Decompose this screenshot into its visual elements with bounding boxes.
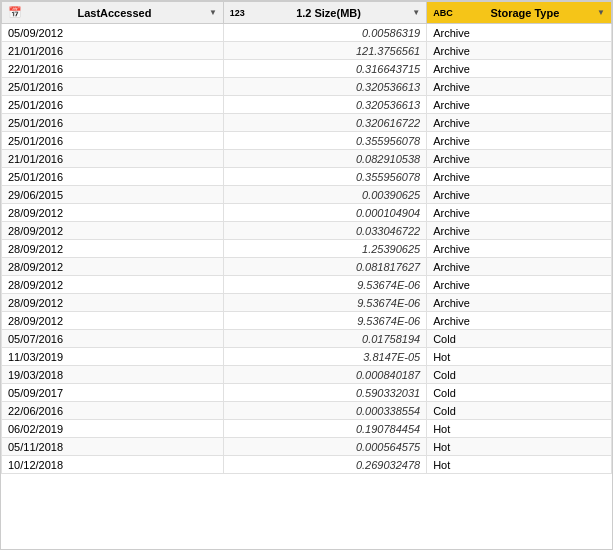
cell-date: 10/12/2018 bbox=[2, 456, 224, 474]
storage-icon: ABC bbox=[433, 8, 453, 18]
table-row: 22/01/20160.316643715Archive bbox=[2, 60, 612, 78]
table-row: 19/03/20180.000840187Cold bbox=[2, 366, 612, 384]
cell-date: 25/01/2016 bbox=[2, 114, 224, 132]
cell-date: 19/03/2018 bbox=[2, 366, 224, 384]
cell-size: 0.000338554 bbox=[223, 402, 426, 420]
cell-size: 0.081817627 bbox=[223, 258, 426, 276]
table-row: 28/09/20120.000104904Archive bbox=[2, 204, 612, 222]
cell-storage: Archive bbox=[427, 222, 612, 240]
table-row: 05/11/20180.000564575Hot bbox=[2, 438, 612, 456]
sort-icon-last-accessed: ▼ bbox=[209, 8, 217, 17]
col-header-last-accessed[interactable]: 📅 LastAccessed ▼ bbox=[2, 2, 224, 24]
cell-size: 0.000104904 bbox=[223, 204, 426, 222]
data-table: 📅 LastAccessed ▼ 123 1.2 Size(MB) ▼ ABC bbox=[0, 0, 613, 550]
cell-size: 0.190784454 bbox=[223, 420, 426, 438]
table-row: 10/12/20180.269032478Hot bbox=[2, 456, 612, 474]
cell-date: 28/09/2012 bbox=[2, 258, 224, 276]
cell-size: 0.316643715 bbox=[223, 60, 426, 78]
calendar-icon: 📅 bbox=[8, 6, 22, 19]
cell-size: 0.355956078 bbox=[223, 132, 426, 150]
table-row: 25/01/20160.320536613Archive bbox=[2, 78, 612, 96]
cell-storage: Cold bbox=[427, 402, 612, 420]
table-row: 25/01/20160.320536613Archive bbox=[2, 96, 612, 114]
cell-date: 28/09/2012 bbox=[2, 240, 224, 258]
sort-icon-storage: ▼ bbox=[597, 8, 605, 17]
cell-storage: Cold bbox=[427, 366, 612, 384]
cell-storage: Archive bbox=[427, 60, 612, 78]
size-icon: 123 bbox=[230, 8, 245, 18]
cell-date: 11/03/2019 bbox=[2, 348, 224, 366]
cell-storage: Hot bbox=[427, 456, 612, 474]
cell-size: 0.320536613 bbox=[223, 78, 426, 96]
cell-size: 0.000564575 bbox=[223, 438, 426, 456]
cell-size: 9.53674E-06 bbox=[223, 312, 426, 330]
col-header-size[interactable]: 123 1.2 Size(MB) ▼ bbox=[223, 2, 426, 24]
table-row: 28/09/20129.53674E-06Archive bbox=[2, 294, 612, 312]
cell-storage: Archive bbox=[427, 168, 612, 186]
table-row: 28/09/20129.53674E-06Archive bbox=[2, 276, 612, 294]
cell-size: 3.8147E-05 bbox=[223, 348, 426, 366]
cell-storage: Hot bbox=[427, 420, 612, 438]
cell-storage: Cold bbox=[427, 330, 612, 348]
cell-size: 0.082910538 bbox=[223, 150, 426, 168]
cell-size: 0.01758194 bbox=[223, 330, 426, 348]
cell-size: 0.269032478 bbox=[223, 456, 426, 474]
cell-size: 0.320536613 bbox=[223, 96, 426, 114]
col-label-storage: Storage Type bbox=[490, 7, 559, 19]
table-row: 05/07/20160.01758194Cold bbox=[2, 330, 612, 348]
cell-date: 28/09/2012 bbox=[2, 222, 224, 240]
table-row: 05/09/20170.590332031Cold bbox=[2, 384, 612, 402]
cell-size: 121.3756561 bbox=[223, 42, 426, 60]
cell-size: 0.355956078 bbox=[223, 168, 426, 186]
table-row: 05/09/20120.00586319Archive bbox=[2, 24, 612, 42]
cell-storage: Archive bbox=[427, 132, 612, 150]
table-row: 29/06/20150.00390625Archive bbox=[2, 186, 612, 204]
cell-date: 21/01/2016 bbox=[2, 42, 224, 60]
table-row: 25/01/20160.355956078Archive bbox=[2, 132, 612, 150]
cell-date: 28/09/2012 bbox=[2, 204, 224, 222]
table-row: 21/01/20160.082910538Archive bbox=[2, 150, 612, 168]
cell-date: 06/02/2019 bbox=[2, 420, 224, 438]
table-row: 11/03/20193.8147E-05Hot bbox=[2, 348, 612, 366]
cell-storage: Archive bbox=[427, 240, 612, 258]
cell-size: 0.00586319 bbox=[223, 24, 426, 42]
table-row: 21/01/2016121.3756561Archive bbox=[2, 42, 612, 60]
table-row: 25/01/20160.320616722Archive bbox=[2, 114, 612, 132]
cell-date: 22/01/2016 bbox=[2, 60, 224, 78]
cell-size: 0.590332031 bbox=[223, 384, 426, 402]
cell-date: 05/09/2017 bbox=[2, 384, 224, 402]
cell-date: 22/06/2016 bbox=[2, 402, 224, 420]
cell-size: 9.53674E-06 bbox=[223, 294, 426, 312]
cell-storage: Archive bbox=[427, 24, 612, 42]
cell-date: 05/07/2016 bbox=[2, 330, 224, 348]
cell-storage: Archive bbox=[427, 294, 612, 312]
cell-size: 0.320616722 bbox=[223, 114, 426, 132]
cell-size: 0.033046722 bbox=[223, 222, 426, 240]
cell-size: 0.000840187 bbox=[223, 366, 426, 384]
cell-storage: Archive bbox=[427, 114, 612, 132]
table-row: 22/06/20160.000338554Cold bbox=[2, 402, 612, 420]
col-header-storage-type[interactable]: ABC Storage Type ▼ bbox=[427, 2, 612, 24]
cell-storage: Archive bbox=[427, 276, 612, 294]
cell-date: 25/01/2016 bbox=[2, 168, 224, 186]
cell-date: 25/01/2016 bbox=[2, 132, 224, 150]
table-row: 25/01/20160.355956078Archive bbox=[2, 168, 612, 186]
cell-storage: Archive bbox=[427, 204, 612, 222]
cell-date: 28/09/2012 bbox=[2, 276, 224, 294]
cell-storage: Archive bbox=[427, 258, 612, 276]
cell-storage: Archive bbox=[427, 96, 612, 114]
sort-icon-size: ▼ bbox=[412, 8, 420, 17]
cell-storage: Archive bbox=[427, 186, 612, 204]
table-row: 28/09/20120.033046722Archive bbox=[2, 222, 612, 240]
cell-date: 28/09/2012 bbox=[2, 312, 224, 330]
cell-size: 0.00390625 bbox=[223, 186, 426, 204]
cell-size: 9.53674E-06 bbox=[223, 276, 426, 294]
table-row: 28/09/20121.25390625Archive bbox=[2, 240, 612, 258]
cell-date: 05/11/2018 bbox=[2, 438, 224, 456]
cell-date: 25/01/2016 bbox=[2, 96, 224, 114]
cell-storage: Cold bbox=[427, 384, 612, 402]
cell-date: 05/09/2012 bbox=[2, 24, 224, 42]
cell-date: 21/01/2016 bbox=[2, 150, 224, 168]
cell-storage: Archive bbox=[427, 42, 612, 60]
cell-date: 29/06/2015 bbox=[2, 186, 224, 204]
